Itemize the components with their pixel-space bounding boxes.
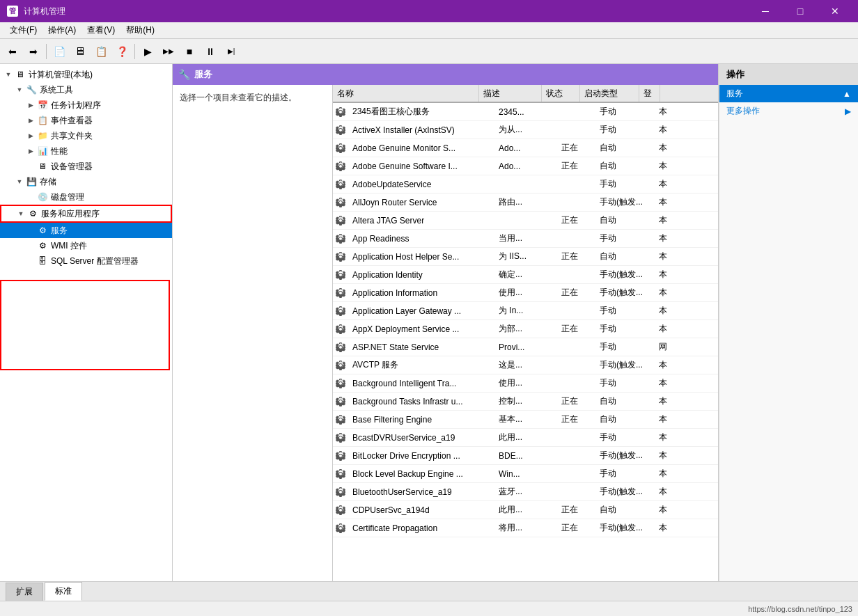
- service-desc: 当用...: [494, 232, 557, 244]
- play-button[interactable]: ▶: [138, 42, 157, 61]
- computer-button[interactable]: 🖥: [70, 42, 90, 61]
- ops-section-services[interactable]: 服务 ▲: [719, 85, 858, 102]
- service-gear-icon: [333, 324, 348, 335]
- tree-wmi[interactable]: ▶ ⚙ WMI 控件: [0, 238, 172, 253]
- perf-icon: 📊: [36, 145, 49, 157]
- tree-event-viewer[interactable]: ▶ 📋 事件查看器: [0, 113, 172, 128]
- service-logon: 本: [655, 377, 676, 389]
- service-gear-icon: [333, 161, 348, 172]
- service-row[interactable]: Application Information 使用... 正在 手动(触发..…: [333, 284, 718, 302]
- tree-performance[interactable]: ▶ 📊 性能: [0, 143, 172, 159]
- service-row[interactable]: ASP.NET State Service Provi... 手动 网: [333, 338, 718, 356]
- ops-header: 操作: [719, 64, 858, 85]
- menu-file[interactable]: 文件(F): [4, 23, 42, 38]
- menu-view[interactable]: 查看(V): [81, 23, 120, 38]
- service-row[interactable]: Adobe Genuine Software I... Ado... 正在 自动…: [333, 157, 718, 175]
- pause-button[interactable]: ⏸: [201, 42, 220, 61]
- service-logon: 本: [655, 323, 676, 335]
- col-desc[interactable]: 描述: [479, 85, 542, 102]
- service-desc: 这是...: [494, 359, 557, 371]
- service-row[interactable]: Block Level Backup Engine ... Win... 手动 …: [333, 465, 718, 483]
- tab-expand[interactable]: 扩展: [6, 583, 43, 601]
- col-status[interactable]: 状态: [542, 85, 580, 102]
- service-row[interactable]: Background Intelligent Tra... 使用... 手动 本: [333, 374, 718, 393]
- stop-button[interactable]: ■: [180, 42, 199, 61]
- play-next-button[interactable]: ▶▶: [159, 42, 178, 61]
- forward-button[interactable]: ➡: [24, 42, 43, 61]
- root-label: 计算机管理(本地): [29, 69, 93, 81]
- service-row[interactable]: Application Identity 确定... 手动(触发... 本: [333, 266, 718, 284]
- tree-services[interactable]: ▶ ⚙ 服务: [0, 223, 172, 238]
- show-hide-console-tree[interactable]: 📄: [49, 42, 69, 61]
- service-row[interactable]: Base Filtering Engine 基本... 正在 自动 本: [333, 411, 718, 429]
- service-row[interactable]: App Readiness 当用... 手动 本: [333, 230, 718, 248]
- service-row[interactable]: Altera JTAG Server 正在 自动 本: [333, 212, 718, 230]
- tree-sql-server[interactable]: ▶ 🗄 SQL Server 配置管理器: [0, 253, 172, 269]
- tree-task-scheduler[interactable]: ▶ 📅 任务计划程序: [0, 97, 172, 113]
- service-row[interactable]: AdobeUpdateService 手动 本: [333, 175, 718, 194]
- service-desc: Provi...: [494, 342, 557, 352]
- tree-disk-mgmt[interactable]: ▶ 💿 磁盘管理: [0, 189, 172, 205]
- services-scroll[interactable]: 2345看图王核心服务 2345... 手动 本 ActiveX Install…: [333, 103, 718, 581]
- service-status: 正在: [557, 395, 595, 407]
- service-name: Block Level Backup Engine ...: [348, 469, 494, 479]
- menu-action[interactable]: 操作(A): [42, 23, 81, 38]
- service-row[interactable]: BcastDVRUserService_a19 此用... 手动 本: [333, 429, 718, 447]
- help-button[interactable]: ❓: [112, 42, 132, 61]
- tree-shared-folders[interactable]: ▶ 📁 共享文件夹: [0, 128, 172, 143]
- tree-storage[interactable]: ▼ 💾 存储: [0, 174, 172, 189]
- service-row[interactable]: 2345看图王核心服务 2345... 手动 本: [333, 103, 718, 121]
- tree-root[interactable]: ▼ 🖥 计算机管理(本地): [0, 67, 172, 82]
- restart-button[interactable]: ▶|: [221, 42, 241, 61]
- service-logon: 本: [655, 432, 676, 443]
- service-row[interactable]: ActiveX Installer (AxInstSV) 为从... 手动 本: [333, 121, 718, 139]
- tree-system-tools[interactable]: ▼ 🔧 系统工具: [0, 82, 172, 97]
- service-row[interactable]: Application Layer Gateway ... 为 In... 手动…: [333, 302, 718, 320]
- service-status: 正在: [557, 251, 595, 262]
- menu-help[interactable]: 帮助(H): [120, 23, 160, 38]
- maximize-button[interactable]: □: [784, 0, 816, 22]
- ops-section-arrow: ▲: [843, 89, 851, 99]
- service-desc: 为 IIS...: [494, 251, 557, 262]
- back-button[interactable]: ⬅: [3, 42, 22, 61]
- expand-svc-apps: ▼: [15, 208, 26, 219]
- service-row[interactable]: Adobe Genuine Monitor S... Ado... 正在 自动 …: [333, 139, 718, 157]
- service-name: Application Layer Gateway ...: [348, 306, 494, 316]
- app-icon: 管: [7, 6, 18, 17]
- service-startup: 自动: [595, 395, 655, 407]
- wmi-icon: ⚙: [36, 239, 49, 252]
- disk-icon: 💿: [36, 191, 49, 203]
- service-gear-icon: [333, 487, 348, 498]
- close-button[interactable]: ✕: [819, 0, 851, 22]
- service-status: 正在: [557, 413, 595, 425]
- service-row[interactable]: Background Tasks Infrastr u... 控制... 正在 …: [333, 393, 718, 411]
- tree-services-apps[interactable]: ▼ ⚙ 服务和应用程序: [0, 205, 172, 223]
- service-row[interactable]: AllJoyn Router Service 路由... 手动(触发... 本: [333, 194, 718, 212]
- task-icon: 📅: [36, 99, 49, 111]
- service-gear-icon: [333, 378, 348, 389]
- ops-more-actions[interactable]: 更多操作 ▶: [719, 102, 858, 120]
- tab-standard[interactable]: 标准: [45, 582, 82, 601]
- tree-device-manager[interactable]: ▶ 🖥 设备管理器: [0, 159, 172, 174]
- service-row[interactable]: AppX Deployment Service ... 为部... 正在 手动 …: [333, 320, 718, 338]
- minimize-button[interactable]: ─: [749, 0, 781, 22]
- system-tools-icon: 🔧: [25, 84, 38, 96]
- expand-root: ▼: [3, 69, 14, 80]
- service-row[interactable]: Certificate Propagation 将用... 正在 手动(触发..…: [333, 519, 718, 537]
- clipboard-button[interactable]: 📋: [91, 42, 111, 61]
- service-startup: 手动(触发...: [595, 269, 655, 281]
- service-row[interactable]: BluetoothUserService_a19 蓝牙... 手动(触发... …: [333, 483, 718, 501]
- service-row[interactable]: AVCTP 服务 这是... 手动(触发... 本: [333, 356, 718, 374]
- service-logon: 本: [655, 142, 676, 154]
- sql-icon: 🗄: [36, 255, 49, 267]
- service-row[interactable]: Application Host Helper Se... 为 IIS... 正…: [333, 248, 718, 266]
- col-name[interactable]: 名称: [333, 85, 479, 102]
- service-row[interactable]: CDPUserSvc_a194d 此用... 正在 自动 本: [333, 501, 718, 519]
- services-label: 服务: [51, 225, 68, 237]
- col-logon[interactable]: 登: [639, 85, 660, 102]
- col-startup[interactable]: 启动类型: [580, 85, 639, 102]
- service-name: Background Tasks Infrastr u...: [348, 397, 494, 406]
- description-text: 选择一个项目来查看它的描述。: [180, 93, 297, 102]
- service-row[interactable]: BitLocker Drive Encryption ... BDE... 手动…: [333, 447, 718, 465]
- service-desc: 此用...: [494, 504, 557, 516]
